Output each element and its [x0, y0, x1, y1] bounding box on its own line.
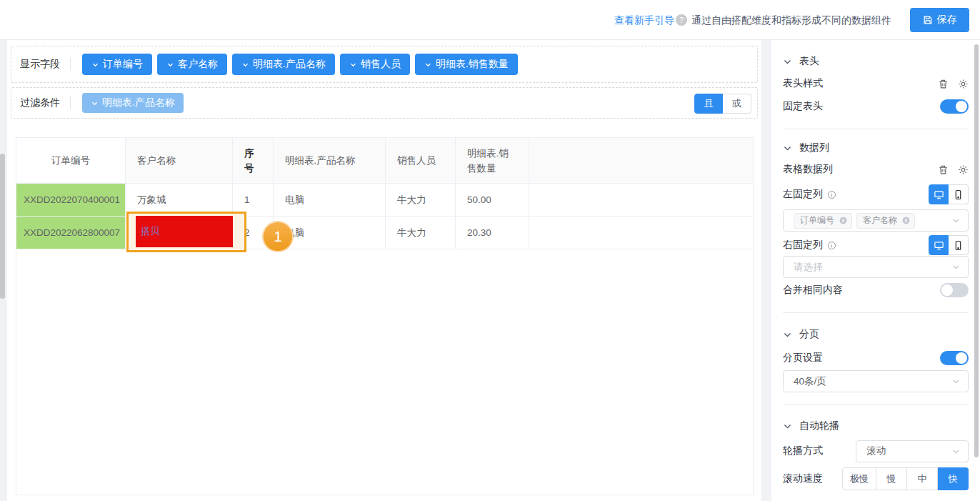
chevron-down-icon [783, 422, 792, 431]
cell-qty: 20.30 [456, 217, 529, 249]
chip-label: 明细表.产品名称 [253, 58, 326, 71]
monitor-icon[interactable] [929, 235, 949, 255]
col-header-product: 明细表.产品名称 [274, 138, 386, 184]
sidebar-scrollbar[interactable] [974, 44, 979, 457]
section-divider [783, 129, 969, 129]
row-fixed-header: 固定表头 [783, 99, 969, 114]
highlight-annotation-box: 搭贝 [126, 212, 246, 252]
chevron-down-icon [424, 61, 432, 69]
save-button-label: 保存 [937, 14, 957, 26]
chevron-down-icon [783, 330, 792, 339]
or-button[interactable]: 或 [723, 94, 751, 114]
right-fixed-device-toggle [929, 235, 969, 255]
field-chip-order-no[interactable]: 订单编号 [82, 54, 152, 75]
carousel-mode-value: 滚动 [866, 445, 951, 457]
cell-qty: 50.00 [456, 184, 529, 217]
guide-link[interactable]: 查看新手引导 [614, 14, 674, 27]
highlighted-cell-text: 搭贝 [141, 225, 160, 238]
gear-icon[interactable] [958, 79, 969, 89]
phone-icon[interactable] [949, 235, 969, 255]
chip-label: 明细表.销售数量 [436, 58, 509, 71]
col-header-empty [529, 138, 753, 184]
merge-content-toggle[interactable] [940, 283, 969, 297]
pagination-toggle[interactable] [940, 351, 969, 365]
field-chip-salesperson[interactable]: 销售人员 [340, 54, 410, 75]
help-icon[interactable]: ? [676, 14, 687, 26]
chevron-down-icon [951, 447, 961, 456]
display-field-chips: 订单编号 客户名称 明细表.产品名称 销售人员 明细表.销售数量 [82, 54, 518, 75]
cell-empty [529, 184, 753, 217]
fixed-header-toggle[interactable] [940, 99, 969, 114]
fixed-header-label: 固定表头 [783, 100, 823, 113]
row-right-fixed: 右固定列 [783, 235, 969, 255]
tag-order-no: 订单编号 [794, 213, 852, 229]
merge-content-label: 合并相同内容 [783, 284, 843, 297]
field-chip-product[interactable]: 明细表.产品名称 [232, 54, 335, 75]
page-size-select[interactable]: 40条/页 [783, 370, 969, 392]
chevron-down-icon [91, 99, 99, 107]
chevron-down-icon [951, 262, 961, 272]
and-button[interactable]: 且 [694, 94, 723, 114]
section-divider [783, 404, 969, 405]
left-fixed-device-toggle [929, 184, 969, 204]
page-scrollbar[interactable] [0, 154, 5, 299]
filter-box: 过滤条件 明细表.产品名称 且 或 [11, 87, 758, 119]
chevron-down-icon [241, 61, 249, 69]
divider [70, 96, 71, 109]
section-header-title[interactable]: 表头 [783, 54, 969, 69]
info-icon [827, 190, 836, 199]
scroll-speed-options: 极慢 慢 中 快 [842, 467, 969, 490]
col-header-seq: 序号 [233, 138, 274, 184]
chevron-down-icon [783, 144, 792, 153]
col-header-salesperson: 销售人员 [386, 138, 456, 184]
section-title-text: 数据列 [799, 142, 829, 154]
col-header-customer: 客户名称 [126, 138, 233, 184]
speed-option-slow[interactable]: 慢 [876, 467, 907, 490]
pagination-setting-label: 分页设置 [783, 352, 823, 364]
save-icon [923, 15, 933, 25]
row-merge-content: 合并相同内容 [783, 283, 969, 297]
info-icon [827, 241, 836, 250]
field-chip-customer[interactable]: 客户名称 [157, 54, 227, 75]
chevron-down-icon [783, 57, 792, 66]
chevron-down-icon [951, 377, 961, 386]
section-carousel-title[interactable]: 自动轮播 [783, 419, 969, 433]
trash-icon[interactable] [938, 79, 949, 89]
annotation-step-badge: 1 [262, 221, 294, 252]
top-bar: 查看新手引导 ? 通过自由搭配维度和指标形成不同的数据组件 保存 [0, 0, 980, 40]
section-title-text: 表头 [799, 55, 819, 68]
speed-option-slowest[interactable]: 极慢 [842, 467, 876, 490]
section-pagination-title[interactable]: 分页 [783, 327, 969, 342]
save-button[interactable]: 保存 [910, 8, 969, 32]
chip-label: 销售人员 [361, 58, 401, 71]
settings-sidebar: 表头 表头样式 固定表头 数据列 表格数据列 左固定列 [771, 40, 980, 501]
tag-label: 订单编号 [800, 214, 834, 227]
left-fixed-select[interactable]: 订单编号 客户名称 [783, 209, 969, 232]
right-fixed-label: 右固定列 [783, 239, 823, 252]
phone-icon[interactable] [949, 184, 969, 204]
cell-order-no: XXDD2022062800007 [16, 217, 126, 249]
col-header-order-no: 订单编号 [16, 138, 126, 184]
highlighted-cell: 搭贝 [136, 216, 233, 247]
monitor-icon[interactable] [929, 184, 949, 204]
chip-label: 明细表.产品名称 [102, 96, 175, 109]
close-icon[interactable] [901, 216, 911, 225]
row-header-style: 表头样式 [783, 76, 969, 91]
speed-option-fast[interactable]: 快 [938, 467, 969, 490]
section-columns-title[interactable]: 数据列 [783, 141, 969, 155]
and-or-toggle: 且 或 [694, 94, 751, 114]
main-panel: 显示字段 订单编号 客户名称 明细表.产品名称 销售人员 明细表.销售数量 [7, 40, 761, 501]
right-fixed-select[interactable]: 请选择 [783, 256, 969, 278]
section-title-text: 自动轮播 [799, 420, 839, 432]
field-chip-qty[interactable]: 明细表.销售数量 [415, 54, 518, 75]
cell-product: 电脑 [274, 184, 386, 217]
close-icon[interactable] [839, 216, 848, 225]
chevron-down-icon [349, 61, 357, 69]
trash-icon[interactable] [938, 164, 949, 175]
selected-column-tags: 订单编号 客户名称 [794, 213, 951, 229]
carousel-mode-label: 轮播方式 [783, 445, 823, 457]
filter-chip-product[interactable]: 明细表.产品名称 [82, 93, 184, 113]
carousel-mode-select[interactable]: 滚动 [856, 440, 969, 462]
speed-option-medium[interactable]: 中 [907, 467, 938, 490]
gear-icon[interactable] [958, 164, 969, 175]
